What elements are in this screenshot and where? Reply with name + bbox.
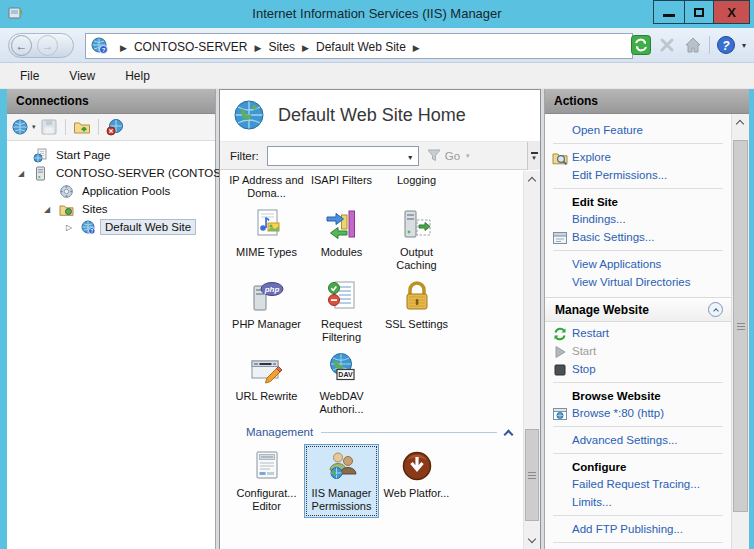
chevron-down-icon[interactable]: ▼ [407, 154, 414, 161]
title-bar: Internet Information Services (IIS) Mana… [0, 0, 754, 28]
scrollbar-thumb[interactable] [525, 429, 539, 521]
scroll-up-button[interactable] [732, 114, 748, 131]
feature-item[interactable]: Output Caching [379, 207, 454, 272]
forward-button[interactable]: → [37, 35, 58, 56]
feature-label: Configurat... Editor [230, 487, 303, 513]
window-controls: X [654, 0, 750, 24]
help-icon[interactable]: ? [716, 35, 736, 55]
go-dropdown-icon[interactable]: ▾ [466, 152, 470, 160]
feature-item[interactable]: IP Address and Doma... [229, 174, 304, 200]
menu-item-help[interactable]: Help [125, 69, 150, 83]
scrollbar-thumb[interactable] [733, 140, 748, 512]
feature-item[interactable]: URL Rewrite [229, 351, 304, 416]
action-link-label: Basic Settings... [572, 231, 654, 243]
action-link-label: Edit Permissions... [572, 169, 667, 181]
maximize-button[interactable] [684, 0, 714, 24]
action-link-label: View Applications [572, 258, 661, 270]
management-row: Configurat... EditorIIS Manager Permissi… [229, 444, 523, 518]
feature-label: IP Address and Doma... [229, 174, 304, 200]
action-link[interactable]: Add FTP Publishing... [545, 520, 731, 538]
action-link[interactable]: View Virtual Directories [545, 273, 731, 291]
feature-item[interactable]: SSL Settings [379, 279, 454, 344]
menu-item-view[interactable]: View [69, 69, 95, 83]
svg-text:php: php [263, 285, 279, 294]
action-link[interactable]: Browse *:80 (http) [545, 404, 731, 422]
feature-label: ISAPI Filters [304, 174, 379, 187]
feature-item[interactable]: Configurat... Editor [229, 444, 304, 518]
web-platform-icon [400, 449, 434, 483]
chevron-down-icon [528, 535, 536, 543]
folder-up-icon[interactable] [73, 118, 91, 136]
connections-tree: Start Page◢CONTOSO-SERVER (CONTOSApplica… [7, 141, 215, 236]
management-section-header[interactable]: Management [229, 426, 519, 438]
action-link[interactable]: Failed Request Tracing... [545, 475, 731, 493]
collapse-icon[interactable]: ◢ [42, 205, 52, 214]
disconnect-icon[interactable] [106, 118, 124, 136]
action-link[interactable]: Basic Settings... [545, 228, 731, 246]
save-icon[interactable] [40, 118, 58, 136]
action-link[interactable]: Advanced Settings... [545, 431, 731, 449]
collapse-section-button[interactable] [708, 302, 723, 317]
tree-item[interactable]: ▷?Default Web Site [7, 218, 215, 236]
breadcrumb-item[interactable]: Sites [268, 40, 295, 54]
connect-dropdown-icon[interactable]: ▾ [32, 123, 36, 131]
close-button[interactable]: X [713, 0, 750, 24]
home-icon[interactable] [683, 35, 703, 55]
action-link[interactable]: Bindings... [545, 210, 731, 228]
minimize-button[interactable] [653, 0, 685, 24]
breadcrumb-item[interactable]: CONTOSO-SERVER [134, 40, 248, 54]
scroll-up-button[interactable] [524, 171, 540, 188]
content-panel: Default Web Site Home Filter: ▼ Go ▾ ▾ I… [219, 89, 541, 549]
separator [553, 515, 723, 516]
tree-item[interactable]: ◢CONTOSO-SERVER (CONTOS [7, 164, 215, 182]
actions-panel: Actions Open FeatureExploreEdit Permissi… [544, 89, 749, 549]
action-link[interactable]: Restart [545, 324, 731, 342]
tree-item[interactable]: Start Page [7, 146, 215, 164]
chevron-up-icon[interactable] [505, 428, 513, 436]
feature-item[interactable]: Web Platfor... [379, 444, 454, 518]
feature-item[interactable]: DAVWebDAV Authori... [304, 351, 379, 416]
action-link-label: View Virtual Directories [572, 276, 690, 288]
action-link[interactable]: Edit Permissions... [545, 166, 731, 184]
feature-item[interactable]: Modules [304, 207, 379, 272]
collapse-icon[interactable]: ◢ [16, 169, 26, 178]
breadcrumb-separator-icon: ▶ [255, 43, 262, 53]
action-link[interactable]: Explore [545, 148, 731, 166]
feature-item[interactable]: IIS Manager Permissions [304, 444, 379, 518]
menu-item-file[interactable]: File [20, 69, 39, 83]
back-button[interactable]: ← [11, 35, 32, 56]
section-divider [321, 432, 497, 433]
start-icon [552, 344, 568, 360]
toolbar-overflow-button[interactable]: ▾ [527, 142, 540, 170]
feature-item[interactable]: Logging [379, 174, 454, 200]
stop-icon[interactable] [657, 35, 677, 55]
svg-text:?: ? [102, 47, 106, 53]
action-link[interactable]: Stop [545, 360, 731, 378]
tree-item[interactable]: Application Pools [7, 182, 215, 200]
explore-icon [552, 150, 568, 166]
action-link[interactable]: View Applications [545, 255, 731, 273]
feature-item[interactable]: Request Filtering [304, 279, 379, 344]
action-link[interactable]: Open Feature [545, 121, 731, 139]
webdav-icon: DAV [325, 352, 359, 386]
feature-item[interactable]: ISAPI Filters [304, 174, 379, 200]
breadcrumb-item[interactable]: Default Web Site [316, 40, 406, 54]
feature-item[interactable]: MIME Types [229, 207, 304, 272]
scroll-down-button[interactable] [524, 532, 540, 549]
feature-item[interactable]: phpPHP Manager [229, 279, 304, 344]
connect-icon[interactable] [12, 118, 30, 136]
refresh-icon[interactable] [631, 35, 651, 55]
help-dropdown-icon[interactable]: ▾ [742, 41, 746, 50]
breadcrumb[interactable]: ? ▶CONTOSO-SERVER▶Sites▶Default Web Site… [85, 33, 633, 59]
content-scrollbar[interactable] [523, 171, 540, 549]
actions-scrollbar[interactable] [731, 114, 749, 549]
page-title: Default Web Site Home [278, 90, 466, 141]
expand-icon[interactable]: ▷ [64, 223, 74, 232]
go-button[interactable]: Go [445, 150, 460, 162]
tree-item[interactable]: ◢Sites [7, 200, 215, 218]
action-link[interactable]: Limits... [545, 493, 731, 511]
iis-permissions-icon [325, 449, 359, 483]
output-caching-icon [400, 208, 434, 242]
feature-label: Web Platfor... [380, 487, 453, 500]
filter-input[interactable]: ▼ [267, 146, 419, 166]
